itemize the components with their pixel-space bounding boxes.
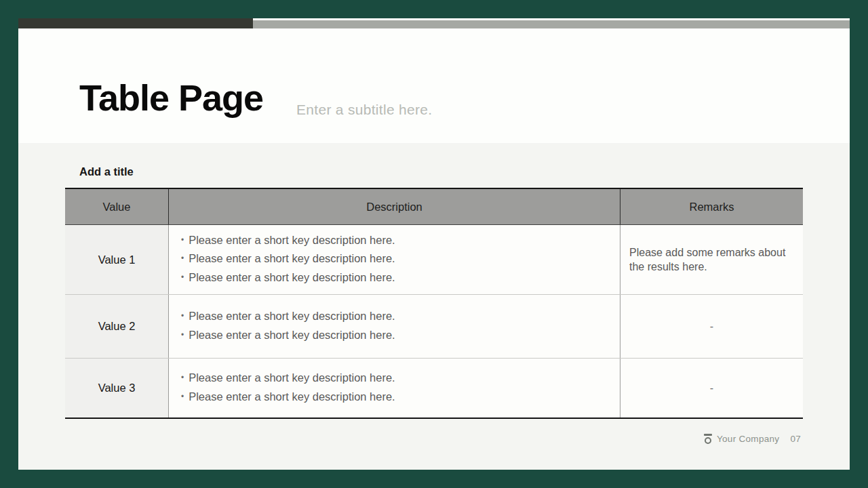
description-cell[interactable]: Please enter a short key description her… bbox=[169, 295, 620, 358]
remarks-cell[interactable]: - bbox=[620, 359, 803, 418]
description-cell[interactable]: Please enter a short key description her… bbox=[169, 359, 620, 418]
description-bullet-item: Please enter a short key description her… bbox=[181, 327, 620, 346]
accent-bar-gray-segment bbox=[253, 20, 850, 28]
accent-bar-dark-segment bbox=[18, 18, 253, 28]
description-bullet-item: Please enter a short key description her… bbox=[181, 369, 620, 388]
value-cell[interactable]: Value 1 bbox=[65, 225, 169, 294]
company-name: Your Company bbox=[717, 434, 779, 444]
table-title-placeholder[interactable]: Add a title bbox=[79, 165, 134, 178]
table-body: Value 1Please enter a short key descript… bbox=[65, 225, 803, 418]
data-table: Value Description Remarks Value 1Please … bbox=[65, 188, 803, 419]
table-header-row: Value Description Remarks bbox=[65, 189, 803, 225]
description-bullet-item: Please enter a short key description her… bbox=[181, 388, 620, 407]
value-cell[interactable]: Value 2 bbox=[65, 295, 169, 358]
page-number: 07 bbox=[790, 434, 801, 444]
description-bullet-item: Please enter a short key description her… bbox=[181, 250, 620, 269]
company-logo-icon bbox=[704, 434, 712, 444]
description-bullet-item: Please enter a short key description her… bbox=[181, 308, 620, 327]
subtitle-placeholder[interactable]: Enter a subtitle here. bbox=[296, 102, 432, 118]
page-title[interactable]: Table Page bbox=[79, 79, 263, 117]
remarks-cell[interactable]: Please add some remarks about the result… bbox=[620, 225, 803, 294]
description-cell[interactable]: Please enter a short key description her… bbox=[169, 225, 620, 294]
table-row: Value 3Please enter a short key descript… bbox=[65, 358, 803, 418]
column-header-description[interactable]: Description bbox=[169, 189, 620, 224]
value-cell[interactable]: Value 3 bbox=[65, 359, 169, 418]
table-row: Value 2Please enter a short key descript… bbox=[65, 294, 803, 358]
description-bullet-item: Please enter a short key description her… bbox=[181, 232, 620, 251]
slide-canvas: Table Page Enter a subtitle here. Add a … bbox=[18, 18, 850, 470]
column-header-value[interactable]: Value bbox=[65, 189, 169, 224]
slide-frame: Table Page Enter a subtitle here. Add a … bbox=[0, 0, 868, 488]
slide-body: Add a title Value Description Remarks Va… bbox=[18, 143, 850, 470]
slide-header: Table Page Enter a subtitle here. bbox=[18, 28, 850, 143]
column-header-remarks[interactable]: Remarks bbox=[620, 189, 803, 224]
slide-footer: Your Company 07 bbox=[704, 434, 801, 444]
table-row: Value 1Please enter a short key descript… bbox=[65, 225, 803, 294]
description-bullet-item: Please enter a short key description her… bbox=[181, 269, 620, 288]
remarks-cell[interactable]: - bbox=[620, 295, 803, 358]
top-accent-bar bbox=[18, 18, 850, 28]
